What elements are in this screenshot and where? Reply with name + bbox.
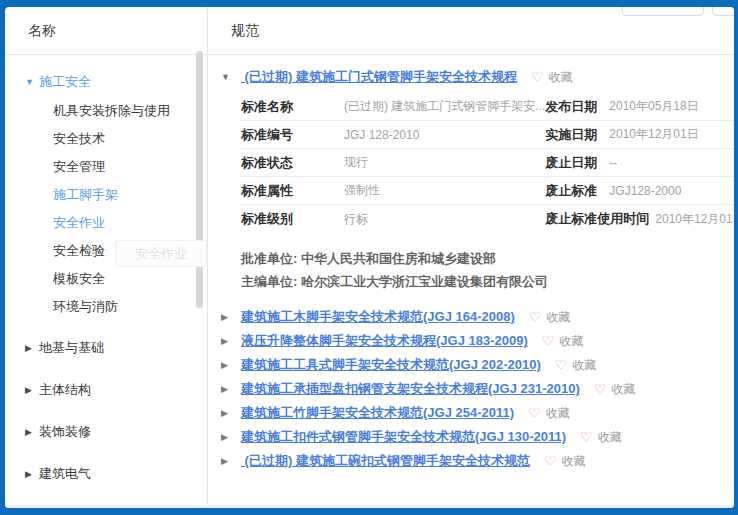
favorite-button[interactable]: ♡ 收藏 [580,429,622,446]
triangle-right-icon[interactable]: ▶ [221,336,235,346]
detail-label: 标准名称 [241,98,338,116]
heart-outline-icon[interactable]: ♡ [580,430,593,444]
favorite-button[interactable]: ♡ 收藏 [528,405,570,422]
triangle-down-icon[interactable]: ▼ [25,77,39,87]
detail-row: 标准编号 JGJ 128-2010 [241,121,545,149]
category-sidebar: 名称 ▼ 施工安全 机具安装拆除与使用 安全技术 安全管理 [5,7,208,508]
triangle-right-icon[interactable]: ▶ [25,385,39,395]
detail-row: 标准属性 强制性 [241,177,545,205]
tree-group-label: 地基与基础 [39,339,104,357]
category-tree: ▼ 施工安全 机具安装拆除与使用 安全技术 安全管理 施工脚手架 [5,55,207,508]
tree-group-main-structure[interactable]: ▶ 主体结构 [5,375,207,405]
detail-label: 发布日期 [545,98,603,116]
sidebar-header: 名称 [5,7,207,55]
tree-group-decoration[interactable]: ▶ 装饰装修 [5,417,207,447]
detail-row: 发布日期 2010年05月18日 [545,93,734,121]
heart-outline-icon[interactable]: ♡ [528,406,541,420]
standard-row: ▶ 液压升降整体脚手架安全技术规程(JGJ 183-2009) ♡ 收藏 [208,329,734,353]
triangle-right-icon[interactable]: ▶ [221,432,235,442]
triangle-down-icon[interactable]: ▼ [221,72,235,82]
standards-browser-window: 名称 ▼ 施工安全 机具安装拆除与使用 安全技术 安全管理 [5,7,734,508]
tree-group-label: 主体结构 [39,381,91,399]
detail-value: -- [609,156,617,170]
sidebar-scrollbar-thumb[interactable] [196,51,203,308]
tree-item-label: 机具安装拆除与使用 [53,102,170,120]
heart-outline-icon[interactable]: ♡ [555,358,568,372]
tree-group-building-electrical[interactable]: ▶ 建筑电气 [5,459,207,489]
favorite-label: 收藏 [598,429,622,446]
detail-value: 强制性 [344,182,380,199]
detail-value: JGJ128-2000 [609,184,681,198]
favorite-button[interactable]: ♡ 收藏 [529,309,571,326]
standards-panel: 规范 ▼ (已过期) 建筑施工门式钢管脚手架安全技术规程 ♡ 收藏 [208,7,734,508]
standard-row: ▶ (已过期) 建筑施工碗扣式钢管脚手架安全技术规范 ♡ 收藏 [208,449,734,473]
tree-item-label: 安全作业 [53,214,105,232]
standard-link-jgj128[interactable]: (已过期) 建筑施工门式钢管脚手架安全技术规程 [241,68,517,86]
heart-outline-icon[interactable]: ♡ [544,454,557,468]
favorite-button[interactable]: ♡ 收藏 [542,333,584,350]
detail-label: 标准编号 [241,126,338,144]
standard-row-expanded: ▼ (已过期) 建筑施工门式钢管脚手架安全技术规程 ♡ 收藏 [208,65,734,89]
tree-item-safe-operation[interactable]: 安全作业 [5,209,207,237]
detail-value: 2010年05月18日 [609,98,698,115]
tree-item-machinery-install[interactable]: 机具安装拆除与使用 [5,97,207,125]
standard-link-jgj254[interactable]: 建筑施工竹脚手架安全技术规范(JGJ 254-2011) [241,404,514,422]
triangle-right-icon[interactable]: ▶ [25,469,39,479]
standard-link-jgj164[interactable]: 建筑施工木脚手架安全技术规范(JGJ 164-2008) [241,308,515,326]
tree-group-construction-safety[interactable]: ▼ 施工安全 [5,67,207,97]
tree-item-formwork-safety[interactable]: 模板安全 [5,265,207,293]
favorite-label: 收藏 [559,333,583,350]
triangle-right-icon[interactable]: ▶ [25,427,39,437]
standard-link-jgj183[interactable]: 液压升降整体脚手架安全技术规程(JGJ 183-2009) [241,332,528,350]
standard-link-jgj130[interactable]: 建筑施工扣件式钢管脚手架安全技术规范(JGJ 130-2011) [241,428,566,446]
editor-unit-line: 主编单位: 哈尔滨工业大学浙江宝业建设集团有限公司 [241,270,734,293]
detail-value: 2010年12月01日 [609,126,698,143]
tree-item-environment-fire[interactable]: 环境与消防 [5,293,207,321]
detail-value: JGJ 128-2010 [344,128,419,142]
tree-item-label: 安全检验 [53,242,105,260]
favorite-button[interactable]: ♡ 收藏 [531,69,573,86]
detail-row: 标准级别 行标 [241,205,545,233]
detail-value: 现行 [344,154,368,171]
detail-label: 废止日期 [545,154,603,172]
standard-row: ▶ 建筑施工扣件式钢管脚手架安全技术规范(JGJ 130-2011) ♡ 收藏 [208,425,734,449]
triangle-right-icon[interactable]: ▶ [221,456,235,466]
tree-group-foundation[interactable]: ▶ 地基与基础 [5,333,207,363]
standard-row: ▶ 建筑施工工具式脚手架安全技术规范(JGJ 202-2010) ♡ 收藏 [208,353,734,377]
drag-ghost-tooltip: 安全作业 [115,240,207,267]
detail-label: 标准级别 [241,210,338,228]
tree-item-label: 安全管理 [53,158,105,176]
unit-lines: 批准单位: 中华人民共和国住房和城乡建设部 主编单位: 哈尔滨工业大学浙江宝业建… [241,247,734,293]
heart-outline-icon[interactable]: ♡ [542,334,555,348]
standard-link-jgj202[interactable]: 建筑施工工具式脚手架安全技术规范(JGJ 202-2010) [241,356,541,374]
detail-label: 实施日期 [545,126,603,144]
tree-item-safety-management[interactable]: 安全管理 [5,153,207,181]
tree-item-construction-scaffold[interactable]: 施工脚手架 [5,181,207,209]
standard-link-expired-bowl-coupler[interactable]: (已过期) 建筑施工碗扣式钢管脚手架安全技术规范 [241,452,530,470]
heart-outline-icon[interactable]: ♡ [529,310,542,324]
favorite-button[interactable]: ♡ 收藏 [544,453,586,470]
detail-label: 标准属性 [241,182,338,200]
standard-link-jgj231[interactable]: 建筑施工承插型盘扣钢管支架安全技术规程(JGJ 231-2010) [241,380,580,398]
tree-item-label: 施工脚手架 [53,186,118,204]
favorite-button[interactable]: ♡ 收藏 [594,381,636,398]
favorite-label: 收藏 [611,381,635,398]
heart-outline-icon[interactable]: ♡ [531,70,544,84]
top-cutoff-button-1[interactable] [622,7,704,16]
triangle-right-icon[interactable]: ▶ [221,360,235,370]
tree-item-label: 环境与消防 [53,298,118,316]
favorite-button[interactable]: ♡ 收藏 [555,357,597,374]
heart-outline-icon[interactable]: ♡ [594,382,607,396]
favorite-label: 收藏 [572,357,596,374]
tree-group-label: 装饰装修 [39,423,91,441]
detail-row: 标准状态 现行 [241,149,545,177]
triangle-right-icon[interactable]: ▶ [221,384,235,394]
top-cutoff-button-2[interactable] [712,7,734,16]
detail-row: 标准名称 (已过期) 建筑施工门式钢管脚手架安... [241,93,545,121]
triangle-right-icon[interactable]: ▶ [221,408,235,418]
triangle-right-icon[interactable]: ▶ [221,312,235,322]
triangle-right-icon[interactable]: ▶ [25,343,39,353]
approval-unit-line: 批准单位: 中华人民共和国住房和城乡建设部 [241,247,734,270]
tree-item-safety-technology[interactable]: 安全技术 [5,125,207,153]
detail-value: 2010年12月01日-- [655,211,734,228]
